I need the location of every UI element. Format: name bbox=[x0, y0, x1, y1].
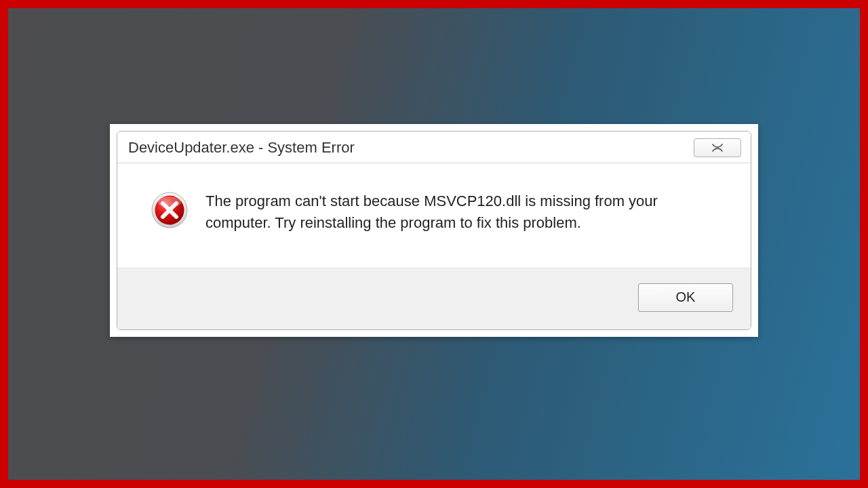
message-row: The program can't start because MSVCP120… bbox=[117, 163, 751, 268]
dialog-outer-padding: DeviceUpdater.exe - System Error bbox=[110, 124, 758, 337]
error-dialog: DeviceUpdater.exe - System Error bbox=[117, 131, 751, 330]
error-message: The program can't start because MSVCP120… bbox=[205, 189, 717, 234]
page-border: DeviceUpdater.exe - System Error bbox=[0, 0, 868, 488]
ok-button[interactable]: OK bbox=[638, 283, 733, 312]
dialog-content: The program can't start because MSVCP120… bbox=[117, 163, 751, 329]
dialog-title: DeviceUpdater.exe - System Error bbox=[128, 139, 355, 157]
background: DeviceUpdater.exe - System Error bbox=[8, 8, 860, 480]
close-icon bbox=[711, 143, 724, 152]
dialog-titlebar[interactable]: DeviceUpdater.exe - System Error bbox=[117, 131, 751, 163]
close-button[interactable] bbox=[694, 138, 741, 157]
error-icon bbox=[151, 192, 188, 228]
dialog-button-bar: OK bbox=[117, 268, 751, 329]
